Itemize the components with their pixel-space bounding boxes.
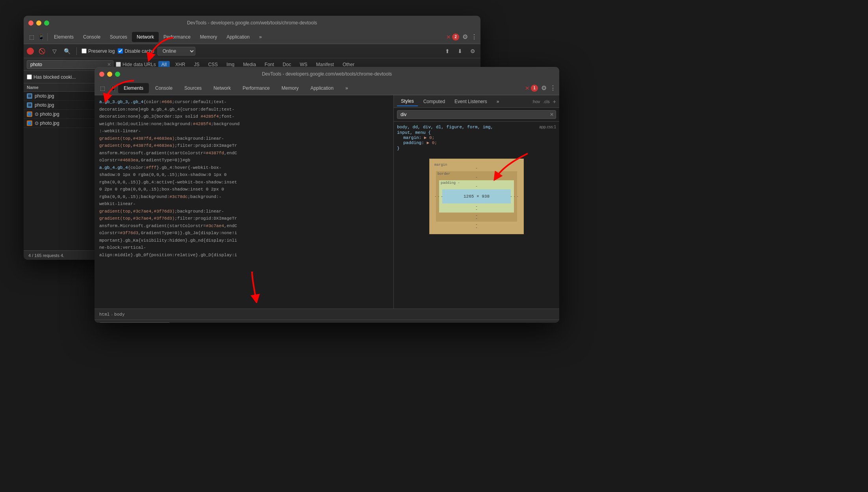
breadcrumb-bar: html › body (95, 309, 559, 320)
more-options-icon-1[interactable]: ⋮ (471, 33, 477, 41)
cls-option[interactable]: .cls (543, 99, 550, 104)
throttle-select[interactable]: Online Fast 3G Slow 3G Offline (158, 47, 195, 55)
tab-memory-2[interactable]: Memory (276, 83, 304, 93)
tab-network-1[interactable]: Network (132, 32, 159, 42)
code-editor[interactable]: a.gb_3.gb_3,.gb_4{color:#666;cursor:defa… (95, 95, 394, 309)
clear-button[interactable]: 🚫 (37, 46, 46, 56)
tab-application-2[interactable]: Application (305, 83, 339, 93)
traffic-lights-2 (99, 72, 120, 77)
error-x-icon-2: ✕ (525, 85, 530, 91)
sep2 (76, 47, 77, 55)
filter-clear-icon[interactable]: ✕ (107, 62, 111, 67)
window2-body: a.gb_3.gb_3,.gb_4{color:#666;cursor:defa… (95, 95, 559, 309)
tab-console-1[interactable]: Console (78, 32, 105, 42)
tab-more-1[interactable]: » (254, 32, 267, 42)
tab-computed[interactable]: Computed (419, 97, 449, 106)
border-top-val: - (439, 174, 514, 180)
minimize-button-1[interactable] (36, 20, 41, 26)
more-options-icon-2[interactable]: ⋮ (550, 84, 556, 92)
tab-memory-1[interactable]: Memory (195, 32, 222, 42)
maximize-button-1[interactable] (44, 20, 49, 26)
code-line-3: decoration:none}.gb_3{border:1px solid #… (95, 113, 393, 120)
req-name-1: photo.jpg (35, 93, 54, 99)
error-count-2: 1 (531, 85, 538, 92)
req-name-3: ⊙ photo.jpg (35, 111, 59, 117)
box-model: margin - - - - border - - - - (429, 159, 524, 234)
blocked-cookies-text: Has blocked cooki... (33, 74, 76, 80)
breadcrumb-html[interactable]: html (99, 312, 109, 317)
close-button-1[interactable] (28, 20, 33, 26)
req-icon-2: 🖼 (27, 102, 32, 108)
tab-console-2[interactable]: Console (150, 83, 178, 93)
record-button[interactable] (27, 48, 34, 55)
settings-icon-2[interactable]: ⚙ (468, 46, 477, 56)
code-line-8: ansform.Microsoft.gradient(startColorstr… (95, 150, 393, 157)
disable-cache-checkbox-label[interactable]: Disable cache (118, 48, 154, 54)
tab-elements-1[interactable]: Elements (49, 32, 78, 42)
tab-styles-more[interactable]: » (493, 97, 503, 106)
inspect-icon-2[interactable]: ⬚ (98, 83, 107, 93)
tab-styles[interactable]: Styles (397, 97, 418, 106)
find-cancel-button[interactable]: Cancel (531, 323, 555, 323)
blocked-cookies-label[interactable]: Has blocked cooki... (27, 74, 76, 80)
styles-search-input[interactable] (397, 110, 556, 119)
breadcrumb-sep: › (111, 312, 113, 317)
import-icon[interactable]: ⬆ (443, 46, 452, 56)
padding-right-val: - (510, 194, 512, 199)
export-icon[interactable]: ⬇ (455, 46, 465, 56)
device-icon-2[interactable]: 📱 (108, 83, 117, 93)
device-icon[interactable]: 📱 (36, 32, 46, 42)
box-model-container: margin - - - - border - - - - (397, 154, 556, 239)
code-line-4: weight:bold;outline:none;background:#428… (95, 120, 393, 128)
tab-performance-2[interactable]: Performance (237, 83, 275, 93)
settings-icon-1[interactable]: ⚙ (462, 33, 468, 41)
blocked-cookies-checkbox[interactable] (27, 74, 32, 80)
styles-search-clear[interactable]: ✕ (550, 112, 554, 117)
find-input[interactable] (99, 322, 170, 323)
code-line-15: webkit-linear- (95, 200, 393, 208)
box-border: border - - - - padding - - - - (436, 171, 517, 222)
code-line-1: a.gb_3.gb_3,.gb_4{color:#666;cursor:defa… (95, 98, 393, 106)
css-selector-1: body, dd, div, dl, figure, form, img, (397, 125, 493, 129)
maximize-button-2[interactable] (115, 72, 120, 77)
traffic-lights-1 (28, 20, 49, 26)
devtools-tabs-1: ⬚ 📱 Elements Console Sources Network Per… (24, 30, 480, 44)
preserve-log-checkbox-label[interactable]: Preserve log (82, 48, 115, 54)
w2-tab-icons: ✕ 1 ⚙ ⋮ (525, 84, 556, 92)
window1-titlebar: DevTools - developers.google.com/web/too… (24, 16, 480, 30)
tab-more-2[interactable]: » (340, 83, 354, 93)
tab-application-1[interactable]: Application (222, 32, 254, 42)
code-line-20: mportant}.gb_Ka{visibility:hidden}.gb_nd… (95, 237, 393, 244)
inspect-icon[interactable]: ⬚ (27, 32, 36, 42)
breadcrumb-body[interactable]: body (114, 312, 124, 317)
tab-elements-2[interactable]: Elements (118, 83, 149, 93)
css-rule-1: body, dd, div, dl, figure, form, img, ap… (397, 125, 556, 151)
border-bottom-val: - (475, 216, 478, 221)
search-icon[interactable]: 🔍 (62, 46, 72, 56)
minimize-button-2[interactable] (107, 72, 112, 77)
css-prop-padding: padding: ▶ 0; (397, 140, 556, 145)
styles-search-row: ✕ (394, 108, 559, 122)
preserve-log-checkbox[interactable] (82, 48, 87, 54)
margin-bottom-val: - (475, 226, 478, 230)
tab-sources-2[interactable]: Sources (179, 83, 207, 93)
tab-performance-1[interactable]: Performance (159, 32, 195, 42)
margin-top-val: - (436, 165, 517, 171)
hide-data-urls-checkbox[interactable] (116, 62, 121, 67)
settings-icon-3[interactable]: ⚙ (541, 84, 547, 92)
separator (47, 33, 48, 41)
code-line-13: 0 2px 0 rgba(0,0,0,.15);box-shadow:inset… (95, 186, 393, 193)
styles-tabs: Styles Computed Event Listeners » :hov .… (394, 95, 559, 108)
code-line-5: :-webkit-linear- (95, 128, 393, 135)
tab-event-listeners[interactable]: Event Listeners (451, 97, 491, 106)
tab-sources-1[interactable]: Sources (105, 32, 132, 42)
hide-data-urls-checkbox-label[interactable]: Hide data URLs (116, 62, 156, 67)
hov-option[interactable]: :hov (532, 99, 540, 104)
req-name-4: ⊙ photo.jpg (35, 120, 59, 126)
add-rule-icon[interactable]: + (553, 98, 556, 105)
padding-left-val: - (441, 194, 443, 199)
tab-network-2[interactable]: Network (208, 83, 236, 93)
close-button-2[interactable] (99, 72, 104, 77)
disable-cache-checkbox[interactable] (118, 48, 123, 54)
filter-icon[interactable]: ▽ (50, 46, 59, 56)
